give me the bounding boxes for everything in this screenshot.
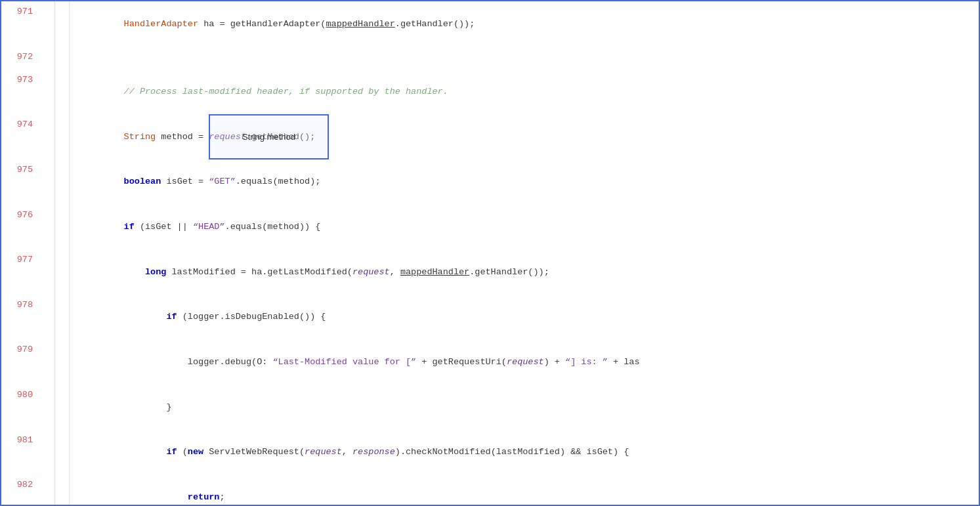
bookmark-col xyxy=(70,205,84,250)
token: HandlerAdapter xyxy=(124,19,198,29)
bookmark-col xyxy=(70,249,84,295)
bookmark-col xyxy=(70,70,84,115)
gutter2 xyxy=(55,114,70,159)
gutter2 xyxy=(55,159,70,205)
token: isGet = xyxy=(161,177,209,186)
line-number: 982 xyxy=(1,474,41,506)
gutter1 xyxy=(41,474,55,506)
token: ServletWebRequest( xyxy=(203,447,305,457)
token: (isGet || xyxy=(135,222,193,232)
line-number: 976 xyxy=(1,205,41,250)
token: new xyxy=(188,447,203,457)
token: mappedHandler xyxy=(400,267,469,277)
code-line-978: 978 if (logger.isDebugEnabled()) { xyxy=(1,295,979,340)
code-line-980: 980 } xyxy=(1,385,979,430)
gutter2 xyxy=(55,205,70,250)
code-line-976: 976 if (isGet || “HEAD”.equals(method)) … xyxy=(1,205,979,250)
gutter2 xyxy=(55,70,70,115)
token: “] is: ” xyxy=(565,357,608,367)
token: .getMethod(); xyxy=(246,132,315,142)
token: “Last-Modified value for [” xyxy=(272,357,416,367)
gutter1 xyxy=(41,339,55,385)
token: request xyxy=(305,447,342,457)
token: + getRequestUri( xyxy=(416,357,507,367)
gutter1 xyxy=(41,47,55,70)
gutter2 xyxy=(55,295,70,340)
code-line-981: 981 if (new ServletWebRequest(request, r… xyxy=(1,430,979,475)
gutter1 xyxy=(41,70,55,115)
token: // Process last-modified header, if supp… xyxy=(124,87,448,96)
line-number: 975 xyxy=(1,159,41,205)
token: request xyxy=(507,357,544,367)
bookmark-col xyxy=(70,385,84,430)
token: lastModified = ha.getLastModified( xyxy=(166,267,352,277)
code-content: if (new ServletWebRequest(request, respo… xyxy=(84,430,979,475)
code-line-973: 973 // Process last-modified header, if … xyxy=(1,70,979,115)
code-content: } xyxy=(84,385,979,430)
bookmark-col xyxy=(70,295,84,340)
token: .equals(method); xyxy=(236,177,321,186)
line-number: 981 xyxy=(1,430,41,475)
token: .getHandler()); xyxy=(469,267,549,277)
bookmark-col xyxy=(70,1,84,47)
bookmark-col xyxy=(70,159,84,205)
bookmark-col xyxy=(70,474,84,506)
gutter1 xyxy=(41,430,55,475)
token: “GET” xyxy=(209,177,236,186)
gutter1 xyxy=(41,295,55,340)
code-editor: 971 HandlerAdapter ha = getHandlerAdapte… xyxy=(0,0,980,506)
token: + las xyxy=(608,357,640,367)
code-content: if (isGet || “HEAD”.equals(method)) { xyxy=(84,205,979,250)
gutter1 xyxy=(41,205,55,250)
token: .getHandler()); xyxy=(395,19,475,29)
gutter1 xyxy=(41,159,55,205)
code-content: if (logger.isDebugEnabled()) { xyxy=(84,295,979,340)
line-number: 978 xyxy=(1,295,41,340)
gutter2 xyxy=(55,47,70,70)
gutter2 xyxy=(55,430,70,475)
bookmark-col xyxy=(70,114,84,159)
line-number: 977 xyxy=(1,249,41,295)
token: ).checkNotModified(lastModified) && isGe… xyxy=(395,447,629,457)
token: (logger.isDebugEnabled()) { xyxy=(177,312,326,322)
code-line-982: 982 return; xyxy=(1,474,979,506)
code-content: return; xyxy=(84,474,979,506)
gutter1 xyxy=(41,114,55,159)
gutter1 xyxy=(41,1,55,47)
code-content: boolean isGet = “GET”.equals(method); xyxy=(84,159,979,205)
code-line-979: 979 logger.debug(O: “Last-Modified value… xyxy=(1,339,979,385)
line-number: 974 xyxy=(1,114,41,159)
token: if xyxy=(124,222,135,232)
code-content: logger.debug(O: “Last-Modified value for… xyxy=(84,339,979,385)
code-content: // Process last-modified header, if supp… xyxy=(84,70,979,115)
token: method = xyxy=(156,132,209,142)
code-line-977: 977 long lastModified = ha.getLastModifi… xyxy=(1,249,979,295)
token xyxy=(124,492,188,502)
bookmark-col xyxy=(70,430,84,475)
gutter1 xyxy=(41,385,55,430)
token: ( xyxy=(177,447,188,457)
code-content: HandlerAdapter ha = getHandlerAdapter(ma… xyxy=(84,1,979,47)
token: mappedHandler xyxy=(326,19,394,29)
token: response xyxy=(352,447,395,457)
token: , xyxy=(390,267,400,277)
gutter2 xyxy=(55,385,70,430)
token xyxy=(124,267,145,277)
token: logger.debug(O: xyxy=(124,357,273,367)
token: ; xyxy=(219,492,224,502)
token: return xyxy=(188,492,220,502)
token: request xyxy=(352,267,390,277)
code-content: long lastModified = ha.getLastModified(r… xyxy=(84,249,979,295)
code-content: String method = request.getMethod(); xyxy=(84,114,979,159)
line-number: 979 xyxy=(1,339,41,385)
code-line-974: 974 String method = request.getMethod();… xyxy=(1,114,979,159)
token xyxy=(124,312,167,322)
token: ) + xyxy=(544,357,565,367)
gutter2 xyxy=(55,1,70,47)
line-number: 972 xyxy=(1,47,41,70)
code-line-972: 972 xyxy=(1,47,979,70)
code-line-975: 975 boolean isGet = “GET”.equals(method)… xyxy=(1,159,979,205)
bookmark-col xyxy=(70,47,84,70)
token: request xyxy=(209,132,246,142)
line-number: 973 xyxy=(1,70,41,115)
